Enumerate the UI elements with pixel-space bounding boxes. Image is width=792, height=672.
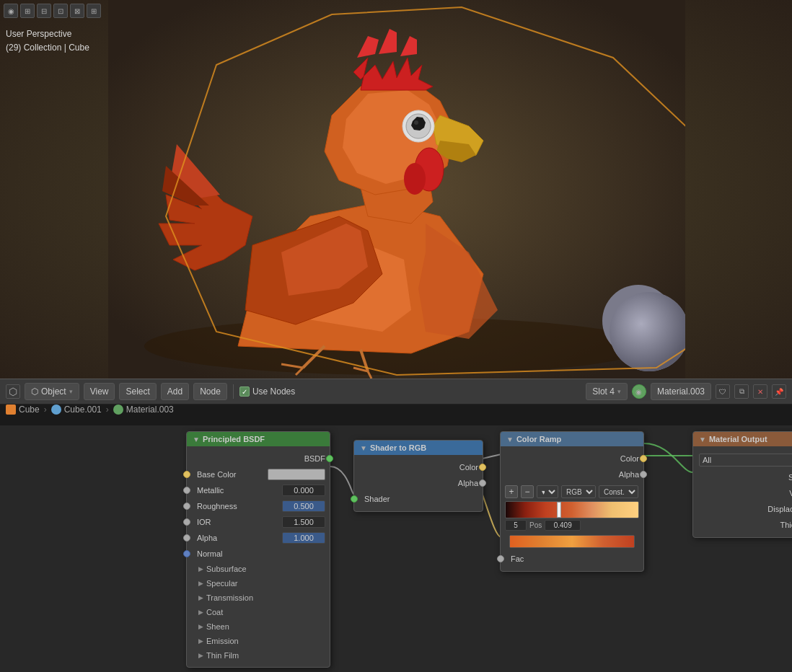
specular-label: Specular bbox=[206, 579, 237, 588]
metallic-socket[interactable] bbox=[183, 487, 190, 494]
node-editor-toolbar: ⬡ ⬡ Object ▾ View Select Add Node ✓ Use … bbox=[0, 379, 792, 404]
subsurface-arrow: ▶ bbox=[198, 565, 203, 572]
mo-thickness-row: Thickness bbox=[693, 517, 792, 533]
shader-to-rgb-node[interactable]: ▼ Shader to RGB Color Alpha Shader bbox=[353, 440, 483, 512]
emission-section[interactable]: ▶ Emission bbox=[187, 634, 330, 648]
sheen-label: Sheen bbox=[206, 622, 229, 631]
cr-stop-number[interactable]: 5 bbox=[505, 520, 527, 531]
cr-full-bar[interactable] bbox=[509, 535, 635, 548]
shield-icon[interactable]: 🛡 bbox=[716, 384, 730, 399]
cr-pos-label: Pos bbox=[529, 521, 542, 529]
use-nodes-toggle[interactable]: ✓ Use Nodes bbox=[239, 386, 295, 397]
rooster-illustration bbox=[108, 0, 685, 379]
editor-type-icon[interactable]: ⬡ bbox=[6, 384, 20, 399]
interpolation-dropdown[interactable]: ▾ bbox=[537, 485, 558, 498]
mo-volume-label: Volume bbox=[789, 489, 792, 498]
str-alpha-socket[interactable] bbox=[479, 479, 486, 487]
ior-label: IOR bbox=[197, 518, 282, 526]
cr-color-socket[interactable] bbox=[640, 455, 647, 462]
ior-value[interactable]: 1.500 bbox=[282, 516, 325, 528]
cr-alpha-socket[interactable] bbox=[640, 471, 647, 478]
use-nodes-checkbox[interactable]: ✓ bbox=[239, 386, 250, 397]
cr-gradient-bar[interactable] bbox=[505, 501, 639, 518]
cr-full-bar-container bbox=[501, 532, 643, 551]
svg-point-20 bbox=[404, 163, 426, 195]
object-mode-dropdown[interactable]: ⬡ Object ▾ bbox=[25, 383, 79, 400]
transmission-section[interactable]: ▶ Transmission bbox=[187, 591, 330, 605]
shader-collapse-icon[interactable]: ▼ bbox=[360, 444, 367, 452]
collapse-arrow-icon[interactable]: ▼ bbox=[193, 436, 200, 443]
material-icon bbox=[113, 404, 123, 415]
material-output-node[interactable]: ▼ Material Output All ▾ Surface Volume bbox=[692, 431, 792, 538]
breadcrumb-sep-1: › bbox=[44, 404, 47, 415]
coat-section[interactable]: ▶ Coat bbox=[187, 605, 330, 619]
ior-socket[interactable] bbox=[183, 518, 190, 526]
copy-icon[interactable]: ⧉ bbox=[734, 384, 749, 399]
mo-all-dropdown[interactable]: All ▾ bbox=[699, 454, 792, 467]
thin-film-arrow: ▶ bbox=[198, 652, 203, 659]
shader-to-rgb-title: Shader to RGB bbox=[370, 443, 426, 452]
slot-dropdown[interactable]: Slot 4 ▾ bbox=[586, 383, 628, 400]
cr-fac-socket[interactable] bbox=[497, 555, 504, 562]
bsdf-output-row: BSDF bbox=[187, 451, 330, 467]
base-color-label: Base Color bbox=[197, 470, 268, 479]
nodes-canvas[interactable]: ▼ Principled BSDF BSDF Base Color Metall… bbox=[0, 425, 792, 672]
subsurface-section[interactable]: ▶ Subsurface bbox=[187, 562, 330, 576]
principled-bsdf-node[interactable]: ▼ Principled BSDF BSDF Base Color Metall… bbox=[186, 431, 330, 668]
metallic-label: Metallic bbox=[197, 486, 282, 495]
base-color-socket[interactable] bbox=[183, 471, 190, 478]
thin-film-section[interactable]: ▶ Thin Film bbox=[187, 648, 330, 663]
material-output-collapse-icon[interactable]: ▼ bbox=[699, 436, 706, 443]
select-menu[interactable]: Select bbox=[119, 383, 156, 400]
breadcrumb-material[interactable]: Material.003 bbox=[113, 404, 174, 415]
color-ramp-collapse-icon[interactable]: ▼ bbox=[506, 436, 514, 443]
emission-label: Emission bbox=[206, 637, 239, 645]
str-color-socket[interactable] bbox=[479, 464, 486, 471]
breadcrumb-mesh[interactable]: Cube.001 bbox=[51, 404, 102, 415]
view-menu[interactable]: View bbox=[84, 383, 115, 400]
normal-label: Normal bbox=[197, 549, 325, 558]
pin-icon[interactable]: 📌 bbox=[772, 384, 786, 399]
viewport-toolbar: ◉ ⊞ ⊟ ⊡ ⊠ ⊞ bbox=[4, 4, 101, 18]
material-output-body: All ▾ Surface Volume Displacement Thic bbox=[693, 446, 792, 537]
normal-socket[interactable] bbox=[183, 550, 190, 557]
blend-mode-dropdown[interactable]: Const. bbox=[599, 485, 638, 498]
cr-pos-value[interactable]: 0.409 bbox=[545, 520, 581, 531]
object-mode-icon: ⬡ bbox=[31, 386, 38, 397]
collection-label: (29) Collection | Cube bbox=[6, 41, 89, 55]
add-stop-btn[interactable]: + bbox=[505, 485, 518, 498]
bsdf-output-socket[interactable] bbox=[326, 455, 333, 462]
shader-to-rgb-header: ▼ Shader to RGB bbox=[354, 441, 483, 455]
add-menu[interactable]: Add bbox=[161, 383, 189, 400]
mo-volume-row: Volume bbox=[693, 485, 792, 501]
material-sphere-icon[interactable]: ◉ bbox=[632, 384, 646, 399]
material-name[interactable]: Material.003 bbox=[651, 383, 711, 400]
sheen-section[interactable]: ▶ Sheen bbox=[187, 619, 330, 634]
remove-stop-btn[interactable]: − bbox=[521, 485, 534, 498]
str-shader-socket[interactable] bbox=[351, 495, 358, 503]
breadcrumb-cube[interactable]: Cube bbox=[6, 404, 40, 415]
roughness-value[interactable]: 0.500 bbox=[282, 500, 325, 512]
base-color-field[interactable] bbox=[268, 469, 325, 480]
viewport-icon-3[interactable]: ⊟ bbox=[37, 4, 51, 18]
viewport-icon-5[interactable]: ⊠ bbox=[70, 4, 84, 18]
viewport-icon-6[interactable]: ⊞ bbox=[87, 4, 101, 18]
metallic-row: Metallic 0.000 bbox=[187, 482, 330, 498]
color-ramp-node[interactable]: ▼ Color Ramp Color Alpha + − ▾ bbox=[500, 431, 644, 572]
alpha-value[interactable]: 1.000 bbox=[282, 532, 325, 544]
select-label: Select bbox=[126, 386, 149, 397]
cr-gradient-handle[interactable] bbox=[557, 502, 561, 518]
color-mode-dropdown[interactable]: RGB bbox=[561, 485, 596, 498]
node-menu[interactable]: Node bbox=[193, 383, 227, 400]
specular-section[interactable]: ▶ Specular bbox=[187, 576, 330, 591]
cr-alpha-row: Alpha bbox=[501, 467, 643, 482]
alpha-socket[interactable] bbox=[183, 534, 190, 541]
viewport-icon-1[interactable]: ◉ bbox=[4, 4, 18, 18]
roughness-socket[interactable] bbox=[183, 503, 190, 510]
viewport[interactable]: ◉ ⊞ ⊟ ⊡ ⊠ ⊞ User Perspective (29) Collec… bbox=[0, 0, 792, 379]
close-icon[interactable]: ✕ bbox=[753, 384, 767, 399]
viewport-icon-2[interactable]: ⊞ bbox=[20, 4, 35, 18]
str-alpha-row: Alpha bbox=[354, 475, 483, 491]
viewport-icon-4[interactable]: ⊡ bbox=[53, 4, 68, 18]
metallic-value[interactable]: 0.000 bbox=[282, 485, 325, 496]
